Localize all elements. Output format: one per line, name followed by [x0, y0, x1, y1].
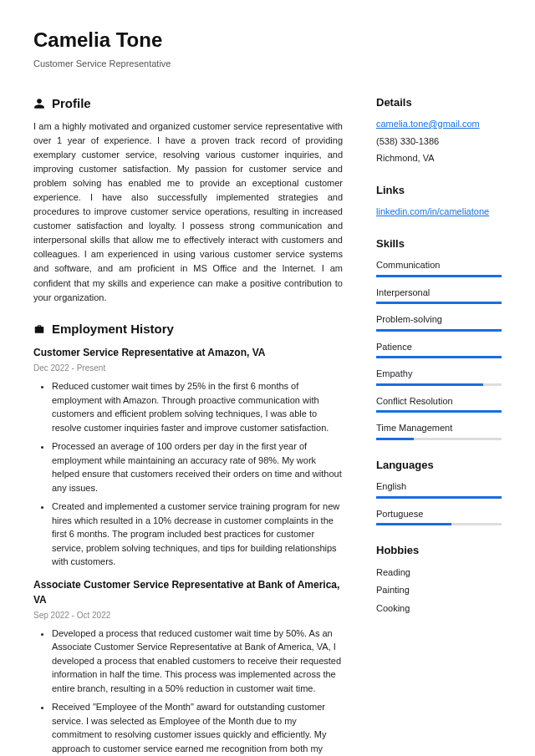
skill-item: Empathy [376, 367, 502, 386]
job-entry: Associate Customer Service Representativ… [33, 577, 343, 756]
job-bullets: Reduced customer wait times by 25% in th… [33, 379, 343, 569]
job-bullet: Processed an average of 100 orders per d… [52, 439, 343, 495]
links-heading: Links [376, 182, 502, 199]
language-bar-fill [376, 523, 451, 525]
skill-label: Conflict Resolution [376, 394, 502, 408]
profile-heading-text: Profile [52, 94, 91, 114]
phone-text: (538) 330-1386 [376, 134, 502, 149]
hobbies-section: Hobbies ReadingPaintingCooking [376, 542, 502, 615]
skill-item: Time Management [376, 421, 502, 440]
details-section: Details camelia.tone@gmail.com (538) 330… [376, 94, 502, 165]
skill-label: Patience [376, 340, 502, 354]
main-column: Profile I am a highly motivated and orga… [33, 94, 343, 757]
job-bullets: Developed a process that reduced custome… [33, 627, 343, 756]
person-icon [33, 98, 45, 109]
languages-section: Languages EnglishPortuguese [376, 457, 502, 526]
skills-section: Skills CommunicationInterpersonalProblem… [376, 236, 502, 440]
job-bullet: Received "Employee of the Month" award f… [52, 700, 343, 756]
job-title: Associate Customer Service Representativ… [33, 577, 343, 607]
hobbies-heading: Hobbies [376, 542, 502, 559]
skill-bar [376, 356, 502, 358]
skill-bar [376, 383, 502, 386]
job-entry: Customer Service Representative at Amazo… [33, 345, 343, 569]
layout: Profile I am a highly motivated and orga… [33, 94, 502, 757]
details-heading: Details [376, 94, 502, 111]
job-title: Customer Service Representative at Amazo… [33, 345, 343, 360]
skill-item: Conflict Resolution [376, 394, 502, 414]
sidebar: Details camelia.tone@gmail.com (538) 330… [376, 94, 502, 757]
languages-heading: Languages [376, 457, 502, 474]
skill-bar-fill [376, 302, 502, 304]
job-bullet: Reduced customer wait times by 25% in th… [52, 379, 343, 434]
language-item: Portuguese [376, 507, 502, 526]
skill-bar [376, 410, 502, 413]
hobby-item: Painting [376, 583, 502, 597]
job-subtitle: Customer Service Representative [33, 57, 502, 71]
job-date: Dec 2022 - Present [33, 362, 343, 374]
language-bar-fill [376, 496, 502, 499]
linkedin-link[interactable]: linkedin.com/in/cameliatone [376, 206, 489, 216]
skill-bar [376, 438, 502, 440]
hobby-item: Reading [376, 566, 502, 580]
skill-label: Time Management [376, 421, 502, 435]
skill-bar-fill [376, 438, 414, 440]
skill-bar-fill [376, 275, 502, 277]
header: Camelia Tone Customer Service Representa… [33, 25, 502, 71]
employment-heading: Employment History [33, 320, 343, 339]
location-text: Richmond, VA [376, 151, 502, 165]
email-link[interactable]: camelia.tone@gmail.com [376, 119, 480, 129]
hobby-item: Cooking [376, 601, 502, 616]
job-bullet: Created and implemented a customer servi… [52, 500, 343, 569]
skill-bar [376, 329, 502, 332]
language-label: English [376, 479, 502, 494]
skill-bar [376, 275, 502, 277]
skill-bar-fill [376, 383, 483, 386]
language-bar [376, 496, 502, 499]
skill-item: Patience [376, 340, 502, 359]
language-item: English [376, 479, 502, 499]
profile-section: Profile I am a highly motivated and orga… [33, 94, 343, 305]
skill-item: Problem-solving [376, 312, 502, 332]
language-label: Portuguese [376, 507, 502, 521]
profile-heading: Profile [33, 94, 343, 114]
skill-label: Interpersonal [376, 286, 502, 300]
job-date: Sep 2022 - Oct 2022 [33, 609, 343, 622]
skill-bar-fill [376, 410, 502, 413]
skill-item: Interpersonal [376, 286, 502, 305]
briefcase-icon [33, 323, 45, 335]
skill-bar-fill [376, 356, 502, 358]
language-bar [376, 523, 502, 525]
employment-section: Employment History Customer Service Repr… [33, 320, 343, 756]
skills-heading: Skills [376, 236, 502, 252]
skill-bar [376, 302, 502, 304]
skill-label: Problem-solving [376, 312, 502, 327]
employment-heading-text: Employment History [52, 320, 174, 339]
name: Camelia Tone [33, 25, 502, 55]
links-section: Links linkedin.com/in/cameliatone [376, 182, 502, 219]
skill-label: Communication [376, 258, 502, 272]
profile-text: I am a highly motivated and organized cu… [33, 119, 343, 305]
skill-bar-fill [376, 329, 502, 332]
skill-label: Empathy [376, 367, 502, 381]
job-bullet: Developed a process that reduced custome… [52, 627, 343, 696]
skill-item: Communication [376, 258, 502, 277]
